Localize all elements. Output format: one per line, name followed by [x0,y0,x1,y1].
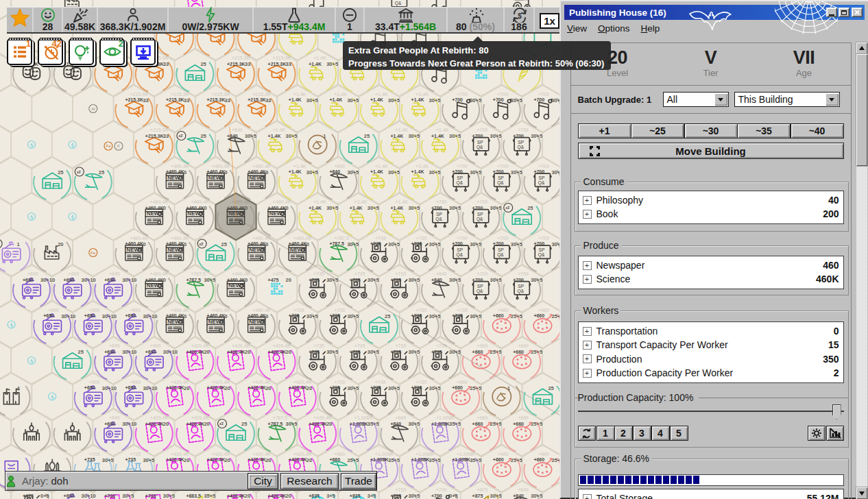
svg-text:+420.4K: +420.4K [268,494,287,498]
svg-text:+660: +660 [533,457,544,462]
svg-text:+700: +700 [472,278,483,282]
svg-text:30+5: 30+5 [245,133,256,139]
svg-text:20: 20 [326,421,332,427]
svg-text:SP: SP [477,284,483,289]
svg-text:+787.5: +787.5 [186,278,201,282]
svg-text:+420.4K: +420.4K [289,457,307,462]
svg-text:+1.4K: +1.4K [289,97,302,102]
svg-text:+660: +660 [518,343,529,348]
svg-text:25: 25 [385,313,390,319]
svg-text:0: 0 [265,313,268,319]
svg-text:25: 25 [241,421,247,427]
svg-text:30+10: 30+10 [122,421,136,427]
svg-text:30+5: 30+5 [367,349,379,355]
svg-text:Q&: Q& [477,145,483,150]
svg-text:+660: +660 [538,308,549,313]
svg-text:0: 0 [245,277,248,283]
svg-text:30+5: 30+5 [143,457,154,463]
svg-text:30+10: 30+10 [122,349,136,355]
svg-text:0: 0 [265,169,268,175]
svg-text:+735: +735 [395,343,406,348]
svg-text:Q&: Q& [435,217,442,222]
svg-text:+215.3K: +215.3K [248,97,266,102]
svg-text:30+5: 30+5 [490,493,502,499]
svg-text:+660: +660 [538,452,549,457]
svg-text:Q&: Q& [497,252,504,258]
svg-text:+660: +660 [452,385,463,390]
svg-text:0: 0 [184,241,186,247]
svg-text:25: 25 [548,385,553,391]
svg-text:+420.4K: +420.4K [248,457,266,462]
svg-text:25+5: 25+5 [490,421,502,427]
svg-text:30+10: 30+10 [82,493,96,499]
svg-text:0: 0 [204,205,206,211]
svg-text:33: 33 [286,61,291,67]
svg-text:+460.4K: +460.4K [227,278,245,282]
svg-text:+1.008K: +1.008K [411,457,430,462]
svg-text:30+5: 30+5 [347,169,359,175]
svg-text:SP: SP [538,247,544,252]
svg-text:NEWS: NEWS [147,282,162,289]
svg-text:+460.4K: +460.4K [227,206,245,210]
svg-text:+835: +835 [309,494,320,498]
svg-text:30+5: 30+5 [347,241,359,247]
svg-text:+840: +840 [334,164,345,169]
svg-text:+840: +840 [395,415,406,420]
svg-text:+690: +690 [84,385,95,390]
svg-text:zZ: zZ [178,134,183,138]
svg-text:+735: +735 [334,308,345,313]
svg-text:3+5: 3+5 [326,493,335,499]
svg-text:+840: +840 [227,134,238,138]
svg-text:0: 0 [306,241,309,247]
svg-text:+700: +700 [533,169,544,174]
svg-text:0: 0 [286,205,289,211]
svg-text:+460.4K: +460.4K [252,308,271,313]
svg-text:+215.3K: +215.3K [207,97,226,102]
svg-text:+1.008K: +1.008K [350,422,368,426]
svg-text:+883.5: +883.5 [186,494,201,498]
svg-text:30+5: 30+5 [388,241,400,247]
svg-text:30+5: 30+5 [490,133,502,139]
svg-text:+735: +735 [334,380,345,385]
svg-text:NEWS: NEWS [208,175,224,181]
svg-text:+690: +690 [109,343,120,348]
svg-text:25+5: 25+5 [511,313,522,319]
svg-text:+690: +690 [109,415,120,420]
svg-text:30+5: 30+5 [122,493,134,499]
svg-text:+787.5: +787.5 [191,271,206,276]
svg-text:+735: +735 [411,241,422,246]
svg-text:+1.008K: +1.008K [416,452,435,457]
svg-text:30+5: 30+5 [388,385,400,391]
svg-text:SP: SP [498,247,504,252]
svg-text:+1.4K: +1.4K [273,127,286,132]
svg-text:30+5: 30+5 [449,133,461,139]
svg-text:+420.4K: +420.4K [268,350,287,354]
svg-text:30+5: 30+5 [367,277,379,283]
svg-text:+735: +735 [329,313,340,318]
svg-text:25+5: 25+5 [511,457,522,463]
svg-text:0: 0 [184,169,186,175]
svg-text:+1.4K: +1.4K [370,97,383,102]
svg-text:+700: +700 [538,92,549,97]
svg-text:30+5: 30+5 [429,385,441,391]
svg-text:+460.4K: +460.4K [252,164,271,169]
svg-text:30+5: 30+5 [326,61,338,67]
svg-text:+460.4K: +460.4K [166,169,184,174]
svg-text:+215.3K: +215.3K [130,92,148,97]
svg-text:+1.4K: +1.4K [350,206,363,210]
svg-text:+420.4K: +420.4K [227,494,245,498]
svg-text:+660: +660 [477,415,488,420]
svg-text:20: 20 [225,457,230,463]
svg-text:SP: SP [518,284,524,289]
svg-text:30+5: 30+5 [429,313,441,319]
svg-text:+690: +690 [125,385,136,390]
svg-text:Q&: Q& [457,180,463,186]
svg-text:30+5: 30+5 [490,205,502,211]
svg-text:25: 25 [200,133,206,139]
svg-text:+840: +840 [390,422,401,426]
svg-text:0: 0 [245,205,248,211]
svg-text:30+5: 30+5 [470,313,481,319]
svg-text:+473: +473 [23,494,34,498]
svg-text:20: 20 [204,421,209,427]
svg-text:+735: +735 [370,385,381,390]
